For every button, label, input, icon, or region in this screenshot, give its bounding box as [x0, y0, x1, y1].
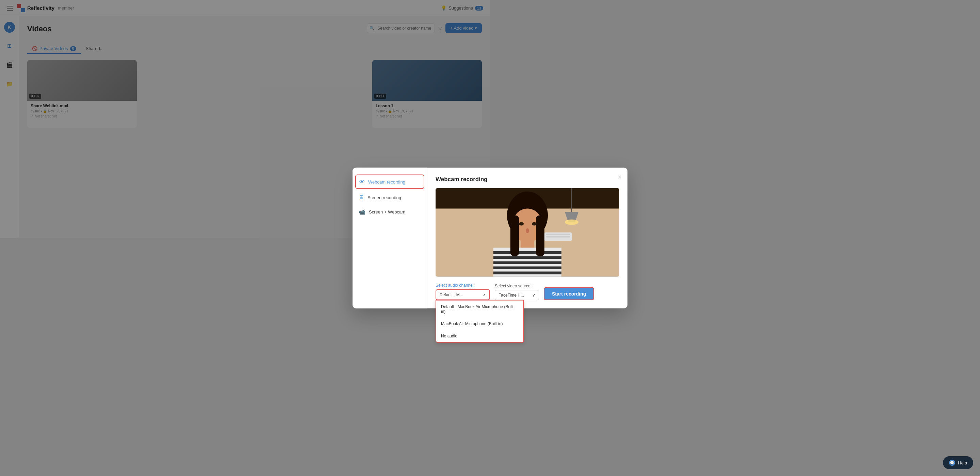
- person-svg: [436, 188, 490, 238]
- webcam-preview: [436, 188, 490, 238]
- option-screen-label: Screen recording: [368, 195, 401, 200]
- screen-option-icon: 🖥: [359, 195, 364, 201]
- modal-title: Webcam recording: [436, 176, 490, 183]
- webcam-feed: [436, 188, 490, 238]
- screen-webcam-option-icon: 📹: [359, 209, 366, 215]
- option-webcam[interactable]: 👁 Webcam recording: [355, 175, 424, 189]
- option-screen-webcam-label: Screen + Webcam: [369, 209, 405, 214]
- svg-rect-1: [436, 188, 490, 209]
- option-screen-webcam[interactable]: 📹 Screen + Webcam: [353, 204, 427, 219]
- modal-right-panel: Webcam recording ×: [427, 168, 490, 238]
- option-webcam-label: Webcam recording: [368, 179, 405, 184]
- webcam-option-icon: 👁: [360, 179, 365, 185]
- option-screen[interactable]: 🖥 Screen recording: [353, 190, 427, 204]
- recording-modal: 👁 Webcam recording 🖥 Screen recording 📹 …: [353, 168, 490, 238]
- modal-left-panel: 👁 Webcam recording 🖥 Screen recording 📹 …: [353, 168, 427, 238]
